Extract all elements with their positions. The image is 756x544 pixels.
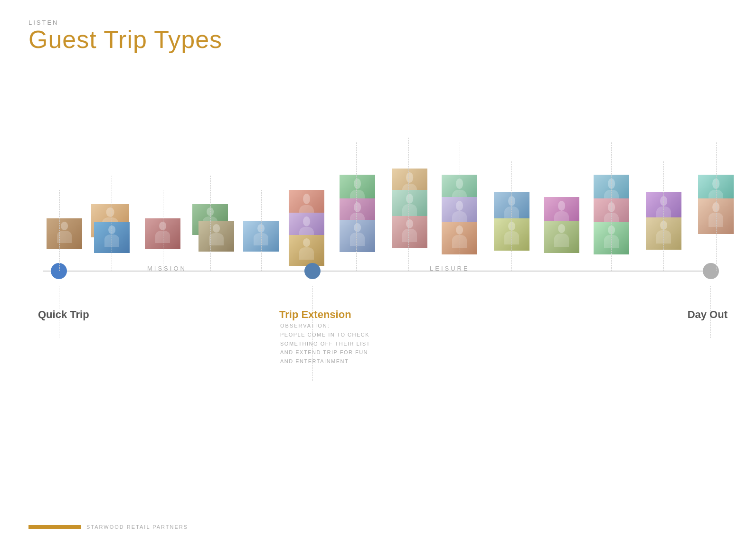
dot-quick-trip bbox=[51, 263, 67, 279]
header: LISTEN Guest Trip Types bbox=[28, 19, 222, 53]
page-title: Guest Trip Types bbox=[28, 26, 222, 53]
dashed-up-7 bbox=[408, 138, 409, 271]
section-leisure: LEISURE bbox=[430, 265, 470, 272]
observation-line-1: PEOPLE COME IN TO CHECK bbox=[280, 330, 370, 339]
dashed-up-4 bbox=[210, 176, 211, 271]
observation-block: OBSERVATION:PEOPLE COME IN TO CHECKSOMET… bbox=[280, 323, 370, 366]
trip-label-quick-trip: Quick Trip bbox=[38, 309, 89, 321]
dashed-up-2 bbox=[112, 176, 112, 271]
dashed-up-5 bbox=[261, 190, 262, 271]
dashed-up-12 bbox=[663, 161, 664, 271]
section-label: LISTEN bbox=[28, 19, 222, 26]
photo-6 bbox=[198, 221, 234, 252]
dashed-up-11 bbox=[611, 142, 612, 271]
dashed-up-3 bbox=[163, 190, 163, 271]
timeline-line bbox=[43, 271, 713, 272]
photo-1 bbox=[47, 218, 82, 249]
dashed-up-6 bbox=[356, 142, 357, 271]
observation-title: OBSERVATION: bbox=[280, 323, 370, 328]
section-mission: MISSION bbox=[147, 265, 187, 272]
dashed-up-8 bbox=[460, 142, 460, 271]
footer-bar bbox=[28, 525, 81, 529]
page-container: LISTEN Guest Trip Types MISSION LEISURE bbox=[0, 0, 756, 544]
dashed-up-10 bbox=[562, 166, 562, 271]
observation-line-4: AND ENTERTAINMENT bbox=[280, 357, 370, 366]
photo-16 bbox=[392, 216, 427, 248]
dashed-up-13 bbox=[716, 142, 717, 271]
dot-trip-extension bbox=[304, 263, 321, 279]
footer: STARWOOD RETAIL PARTNERS bbox=[28, 524, 188, 530]
dashed-up-9 bbox=[511, 161, 512, 271]
photo-13 bbox=[340, 220, 375, 252]
observation-line-3: AND EXTEND TRIP FOR FUN bbox=[280, 348, 370, 357]
trip-label-day-out: Day Out bbox=[688, 309, 728, 321]
photo-10 bbox=[289, 235, 324, 266]
trip-label-trip-extension: Trip Extension bbox=[279, 309, 351, 321]
observation-line-2: SOMETHING OFF THEIR LIST bbox=[280, 339, 370, 348]
dashed-up-1 bbox=[59, 190, 60, 271]
footer-company: STARWOOD RETAIL PARTNERS bbox=[86, 524, 188, 530]
